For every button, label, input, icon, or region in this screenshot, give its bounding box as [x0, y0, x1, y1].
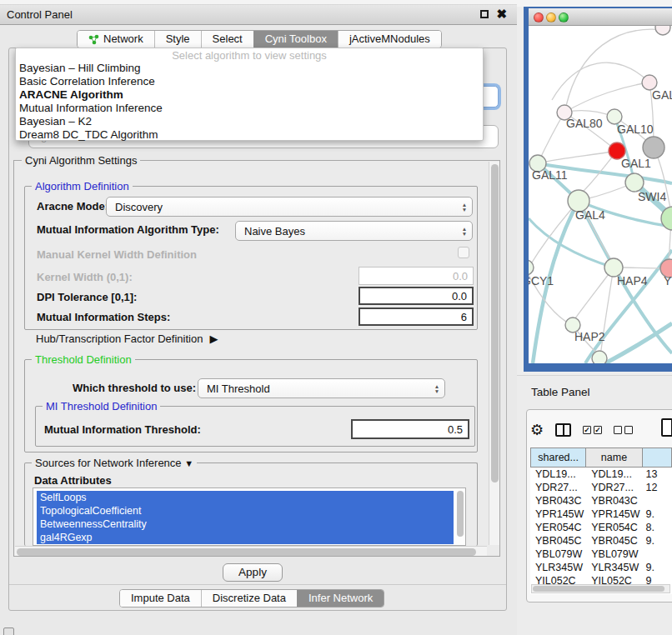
tab-select[interactable]: Select: [201, 31, 253, 48]
mi-steps-value: 6: [461, 311, 467, 323]
network-node-label: GAL: [652, 88, 672, 102]
close-icon[interactable]: ✖: [496, 7, 507, 22]
docked-panel-icon[interactable]: [3, 628, 14, 635]
zoom-traffic-light[interactable]: [559, 12, 569, 22]
table-row[interactable]: YBR045CYBR045C9.: [530, 534, 672, 548]
table-row[interactable]: YLR345WYLR345W9.: [530, 561, 672, 574]
manual-kernel-checkbox[interactable]: [458, 247, 469, 258]
table-cell: YBR043C: [586, 494, 642, 508]
page-icon[interactable]: [661, 418, 672, 437]
which-threshold-combobox[interactable]: MI Threshold ▲▼: [198, 378, 445, 398]
attributes-scrollbar[interactable]: [455, 489, 464, 544]
settings-horizontal-scrollbar[interactable]: [15, 546, 487, 556]
tab-label: Network: [103, 31, 143, 48]
table-horizontal-scrollbar[interactable]: [531, 584, 670, 593]
mi-threshold-value: 0.5: [448, 423, 463, 436]
column-header-name[interactable]: name: [586, 448, 642, 468]
data-attribute-item[interactable]: gal4RGexp: [37, 531, 454, 544]
table-header: shared... name: [530, 448, 672, 468]
network-node-label: HAP2: [574, 330, 605, 343]
settings-group-title: Cyni Algorithm Settings: [22, 154, 140, 167]
table-row[interactable]: YDR27...YDR27...12: [530, 481, 672, 494]
mi-steps-label: Mutual Information Steps:: [37, 311, 170, 323]
threshold-definition-title: Threshold Definition: [32, 353, 135, 366]
network-node[interactable]: [643, 137, 664, 158]
split-columns-icon[interactable]: [555, 423, 571, 437]
scrollbar-thumb[interactable]: [533, 586, 664, 592]
network-view-window: GALGAL80GAL10GAL1GAL11SWI4GAL4GCY1HAP4YH…: [524, 7, 672, 372]
dpi-tolerance-field[interactable]: 0.0: [359, 287, 474, 305]
table-row[interactable]: YDL19...YDL19...13: [530, 468, 672, 481]
tab-cyni-toolbox[interactable]: Cyni Toolbox: [253, 31, 338, 48]
table-cell: YER054C: [530, 521, 586, 534]
hub-definition-expander[interactable]: Hub/Transcription Factor Definition ▶: [36, 332, 218, 345]
algorithm-option[interactable]: Bayesian – K2: [16, 115, 483, 128]
tab-network[interactable]: Network: [78, 31, 154, 48]
table-row[interactable]: YPR145WYPR145W9.: [530, 508, 672, 521]
data-attribute-item[interactable]: SelfLoops: [37, 491, 454, 504]
table-row[interactable]: YBL079WYBL079W: [530, 548, 672, 561]
tab-impute-data[interactable]: Impute Data: [120, 590, 201, 607]
table-row[interactable]: YBR043CYBR043C: [530, 494, 672, 508]
table-cell: YLR345W: [586, 561, 642, 574]
algorithm-option[interactable]: Mutual Information Inference: [16, 102, 483, 115]
bottom-tabs: Impute Data Discretize Data Infer Networ…: [119, 589, 384, 608]
panel-separator: [9, 584, 506, 585]
which-threshold-label: Which threshold to use:: [73, 382, 196, 394]
sources-title-row[interactable]: Sources for Network Inference ▼: [32, 457, 197, 469]
table-cell: YER054C: [586, 521, 642, 534]
network-node-label: SWI4: [638, 190, 666, 203]
algorithm-option[interactable]: ARACNE Algorithm: [16, 88, 483, 102]
mi-type-combobox[interactable]: Naive Bayes ▲▼: [235, 221, 473, 241]
data-attribute-item[interactable]: BetweennessCentrality: [37, 518, 454, 531]
aracne-mode-combobox[interactable]: Discovery ▲▼: [106, 197, 473, 217]
tab-discretize-data[interactable]: Discretize Data: [201, 590, 297, 607]
column-header-cut[interactable]: [643, 448, 672, 468]
table-cell: YBL079W: [586, 548, 642, 561]
network-node[interactable]: [592, 351, 607, 363]
panel-title: Control Panel: [7, 8, 73, 21]
dpi-tolerance-label: DPI Tolerance [0,1]:: [37, 291, 137, 303]
scrollbar-thumb[interactable]: [491, 164, 499, 482]
tab-infer-network[interactable]: Infer Network: [297, 590, 384, 607]
network-window-titlebar[interactable]: [529, 8, 672, 26]
control-panel: Control Panel ✖ Network Style Select Cyn…: [0, 0, 517, 635]
tab-jactivemnodules[interactable]: jActiveMNodules: [338, 31, 441, 48]
tab-label: jActiveMNodules: [349, 31, 430, 48]
scrollbar-thumb[interactable]: [457, 491, 464, 537]
float-window-icon[interactable]: [480, 10, 489, 18]
mi-threshold-label: Mutual Information Threshold:: [44, 423, 201, 436]
tab-label: Select: [213, 31, 243, 48]
table-cell: YLR345W: [530, 561, 586, 574]
minimize-traffic-light[interactable]: [546, 12, 556, 22]
settings-vertical-scrollbar[interactable]: [489, 162, 499, 545]
data-attributes-list: SelfLoopsTopologicalCoefficientBetweenne…: [33, 488, 466, 546]
network-node[interactable]: [655, 26, 670, 35]
table-toolbar: ⚙ ✓✓: [530, 417, 670, 443]
data-attributes-label: Data Attributes: [34, 474, 112, 487]
network-node-gcy1[interactable]: [529, 260, 534, 275]
settings-gear-icon[interactable]: ⚙: [530, 422, 544, 438]
algorithm-option[interactable]: Bayesian – Hill Climbing: [16, 62, 483, 75]
tab-style[interactable]: Style: [154, 31, 201, 48]
stepper-arrows-icon: ▲▼: [457, 202, 472, 212]
network-canvas[interactable]: GALGAL80GAL10GAL1GAL11SWI4GAL4GCY1HAP4YH…: [529, 26, 672, 363]
algorithm-dropdown-list: Select algorithm to view settings Bayesi…: [15, 48, 484, 141]
algorithm-option[interactable]: Basic Correlation Inference: [16, 75, 483, 88]
mi-steps-field[interactable]: 6: [359, 308, 474, 326]
kernel-width-field[interactable]: 0.0: [359, 267, 474, 285]
table-row[interactable]: YER054CYER054C8.: [530, 521, 672, 534]
apply-button[interactable]: Apply: [223, 563, 283, 582]
network-node-label: GAL4: [575, 208, 605, 222]
data-attribute-item[interactable]: TopologicalCoefficient: [37, 504, 454, 518]
mi-threshold-field[interactable]: 0.5: [351, 419, 469, 439]
close-traffic-light[interactable]: [534, 12, 544, 22]
network-edge: [546, 151, 617, 162]
deselect-checkboxes-icon[interactable]: [614, 426, 633, 434]
network-node-swi4[interactable]: [625, 173, 644, 192]
select-all-checkboxes-icon[interactable]: ✓✓: [583, 426, 602, 434]
column-header-shared-name[interactable]: shared...: [530, 448, 586, 468]
scrollbar-thumb[interactable]: [17, 548, 476, 556]
algorithm-option[interactable]: Dream8 DC_TDC Algorithm: [16, 128, 483, 142]
algorithm-placeholder: Select algorithm to view settings: [16, 49, 483, 62]
